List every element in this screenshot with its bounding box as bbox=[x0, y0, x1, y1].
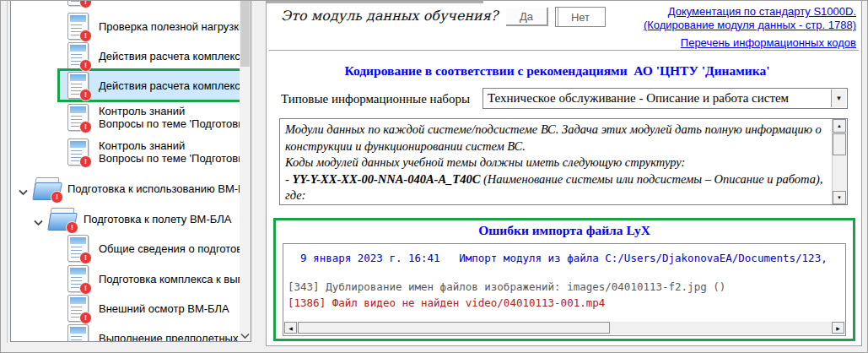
error-badge-icon: ! bbox=[79, 155, 92, 168]
error-badge-icon: ! bbox=[79, 30, 92, 42]
folder-icon: ! bbox=[49, 208, 77, 231]
scroll-down-icon[interactable]: ▼ bbox=[833, 191, 846, 204]
log-line-video-not-found: [1386] Файл видео не найден video/040101… bbox=[288, 296, 845, 309]
training-module-question: Это модуль данных обучения? bbox=[281, 8, 498, 24]
scroll-down-icon[interactable] bbox=[240, 328, 250, 336]
divider bbox=[269, 50, 859, 51]
log-horizontal-scrollbar[interactable]: ◀ ▶ bbox=[284, 322, 844, 334]
chevron-down-icon[interactable] bbox=[19, 184, 28, 191]
coding-section-title: Кодирование в соответствии с рекомендаци… bbox=[267, 63, 848, 79]
yes-button[interactable]: Да bbox=[506, 8, 548, 26]
document-icon: ! bbox=[67, 295, 89, 322]
description-scrollbar[interactable]: ▲ ▼ bbox=[832, 119, 847, 204]
tree-item-label: Действия расчета комплекса п... bbox=[99, 50, 251, 62]
chevron-down-icon[interactable] bbox=[34, 215, 43, 221]
s1000d-doc-page-link[interactable]: (Кодирование модуля данных - стр. 1788) bbox=[644, 19, 856, 32]
scrollbar-thumb[interactable] bbox=[833, 133, 846, 155]
document-icon: ! bbox=[67, 235, 89, 262]
links-block: Документация по стандарту S1000D. (Кодир… bbox=[644, 5, 856, 50]
tree-item-sublabel: Вопросы по теме 'Подготовка ... bbox=[99, 152, 251, 165]
info-sets-dropdown[interactable]: Техническое обслуживание - Описание и ра… bbox=[483, 88, 848, 109]
tree-scrollbar-thumb[interactable] bbox=[240, 1, 250, 67]
description-paragraph: Модули данных по каждой системе/подсисте… bbox=[285, 122, 827, 155]
no-button[interactable]: Нет bbox=[555, 7, 606, 27]
document-icon: ! bbox=[67, 138, 89, 166]
clipped-toolbar-edge bbox=[267, 1, 483, 3]
document-icon: ! bbox=[67, 13, 89, 40]
folder-icon: ! bbox=[34, 177, 62, 200]
module-tree-panel: ! ! Проверка полезной нагрузки ! Действи… bbox=[10, 1, 251, 342]
info-sets-selected-value: Техническое обслуживание - Описание и ра… bbox=[488, 91, 789, 106]
import-log[interactable]: 9 января 2023 г. 16:41 Импорт модуля из … bbox=[283, 243, 846, 336]
tree-item-label: Контроль знаний bbox=[99, 139, 185, 152]
dm-code-pattern: YY-Y-XX-XX-00-NNA-040A-A_T40C bbox=[292, 172, 480, 186]
error-badge-icon: ! bbox=[51, 191, 63, 204]
tree-item-label: Выполнение предполетных пр... bbox=[99, 332, 251, 342]
error-badge-icon: ! bbox=[79, 282, 92, 295]
application-window: ! ! Проверка полезной нагрузки ! Действи… bbox=[0, 0, 868, 353]
module-details-panel: Это модуль данных обучения? Да Нет Докум… bbox=[266, 1, 862, 346]
dropdown-arrow-icon[interactable]: ▼ bbox=[831, 90, 846, 107]
document-icon bbox=[67, 324, 89, 342]
tree-item-label: Контроль знаний bbox=[99, 105, 185, 117]
scroll-up-icon[interactable]: ▲ bbox=[833, 119, 846, 133]
tree-item-label: Внешний осмотр ВМ-БЛА bbox=[99, 302, 229, 315]
lyx-errors-title: Ошибки импорта файла LyX bbox=[276, 223, 853, 238]
error-badge-icon: ! bbox=[66, 221, 78, 234]
tree-item-label: Проверка полезной нагрузки bbox=[99, 20, 245, 33]
coding-description-text: Модули данных по каждой системе/подсисте… bbox=[285, 122, 827, 204]
tree-scrollbar[interactable] bbox=[240, 1, 251, 341]
error-badge-icon: ! bbox=[79, 312, 92, 324]
tree-item-sublabel: Вопросы по теме 'Подготовка ... bbox=[99, 117, 251, 130]
scrollbar-thumb[interactable] bbox=[298, 322, 610, 334]
error-badge-icon: ! bbox=[79, 252, 92, 264]
error-badge-icon: ! bbox=[79, 89, 92, 101]
info-codes-link[interactable]: Перечень информационных кодов bbox=[644, 36, 856, 50]
document-icon: ! bbox=[67, 42, 89, 69]
tree-item-selected[interactable]: ! Действия расчета комплекса п... bbox=[57, 68, 251, 102]
scroll-right-icon[interactable]: ▶ bbox=[832, 322, 844, 334]
s1000d-doc-link[interactable]: Документация по стандарту S1000D. bbox=[644, 5, 856, 19]
log-line-duplicate-images: [343] Дублирование имен файлов изображен… bbox=[288, 280, 845, 293]
tree-item-label: Действия расчета комплекса п... bbox=[99, 79, 251, 92]
splitter-line bbox=[7, 1, 8, 343]
tree-folder-label: Подготовка к полету ВМ-БЛА bbox=[84, 213, 231, 225]
description-paragraph: - YY-Y-XX-XX-00-NNA-040A-A_T40C (Наимено… bbox=[285, 171, 827, 204]
log-line-import: 9 января 2023 г. 16:41 Импорт модуля из … bbox=[288, 252, 845, 264]
error-badge-icon: ! bbox=[79, 59, 92, 72]
coding-description-textarea[interactable]: Модули данных по каждой системе/подсисте… bbox=[279, 118, 848, 205]
error-badge-icon: ! bbox=[79, 121, 92, 133]
lyx-import-errors-box: Ошибки импорта файла LyX 9 января 2023 г… bbox=[273, 218, 855, 341]
document-icon: ! bbox=[67, 265, 89, 292]
tree-item-label: Подготовка комплекса к выпо... bbox=[99, 273, 251, 285]
tree-folder-label: Подготовка к использованию ВМ-БЛА bbox=[67, 182, 251, 195]
tree-item-label: Общие сведения о подготовке... bbox=[99, 242, 251, 255]
scroll-left-icon[interactable]: ◀ bbox=[284, 322, 297, 334]
info-sets-label: Типовые информационные наборы bbox=[281, 92, 470, 106]
document-icon: ! bbox=[67, 72, 89, 99]
description-paragraph: Коды модулей данных учебной темы должны … bbox=[285, 155, 827, 171]
document-icon: ! bbox=[67, 104, 89, 131]
error-badge-icon: ! bbox=[79, 1, 92, 8]
document-icon: ! bbox=[67, 1, 89, 6]
